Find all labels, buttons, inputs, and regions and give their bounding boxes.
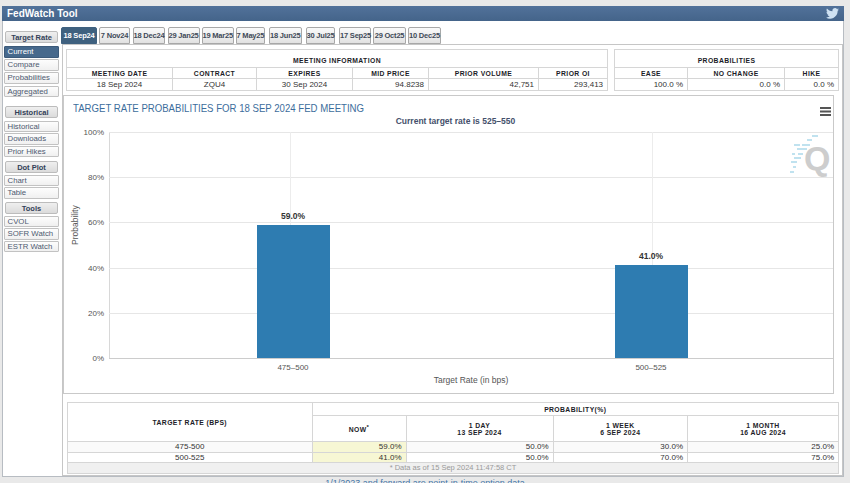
svg-text:Q: Q [804,139,830,177]
